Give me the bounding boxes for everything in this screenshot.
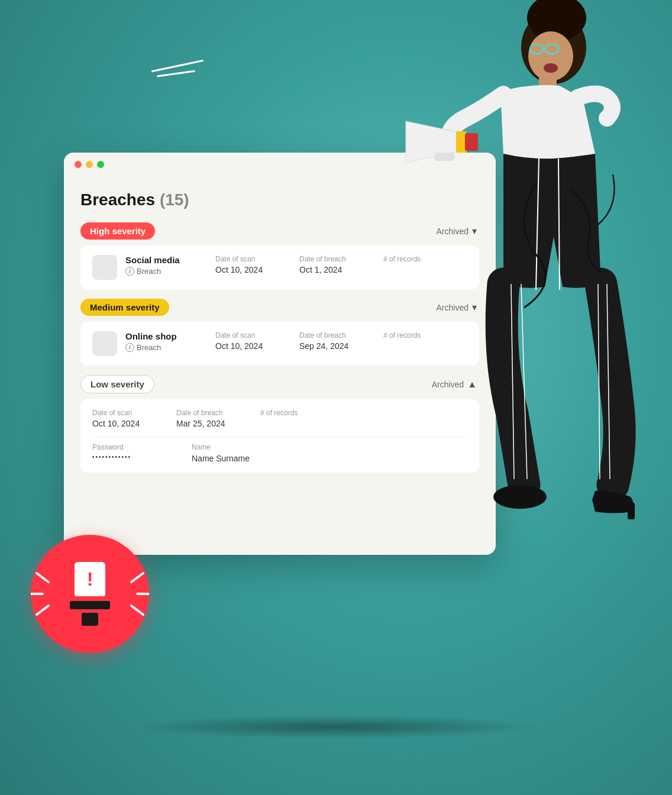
name-field: Name Name Surname (192, 443, 263, 463)
high-scan-col: Date of scan Oct 10, 2024 (215, 255, 280, 276)
high-severity-badge[interactable]: High severity (80, 222, 155, 240)
svg-line-3 (131, 573, 143, 582)
alert-circle: ! (31, 535, 149, 653)
high-breach-type: i Breach (125, 267, 196, 276)
info-icon-2: i (125, 343, 134, 352)
low-records-col: # of records (260, 409, 325, 428)
medium-breach-icon (92, 331, 117, 356)
stamp-base (70, 601, 110, 609)
password-field: Password •••••••••••• (92, 443, 163, 463)
medium-breach-type: i Breach (125, 343, 196, 352)
stamp-body: ! (75, 562, 105, 596)
low-breach-date-col: Date of breach Mar 25, 2024 (176, 409, 241, 428)
alert-icon-inner: ! (70, 562, 110, 626)
svg-rect-18 (628, 503, 635, 519)
medium-scan-col: Date of scan Oct 10, 2024 (215, 331, 280, 352)
medium-breach-name: Online shop (125, 331, 196, 341)
low-severity-badge[interactable]: Low severity (80, 375, 154, 393)
svg-rect-21 (434, 153, 455, 161)
high-breach-name-col: Social media i Breach (125, 255, 196, 276)
svg-line-0 (37, 573, 49, 582)
low-scan-col: Date of scan Oct 10, 2024 (92, 409, 157, 428)
info-icon: i (125, 267, 134, 276)
medium-breach-name-col: Online shop i Breach (125, 331, 196, 352)
window-dot-red (75, 161, 82, 168)
svg-line-2 (37, 606, 49, 615)
decorative-lines (151, 65, 204, 80)
stamp-handle (82, 613, 98, 626)
svg-line-5 (131, 606, 143, 615)
svg-point-12 (544, 63, 558, 73)
shadow-ellipse (129, 715, 543, 739)
high-breach-name: Social media (125, 255, 196, 265)
svg-rect-20 (465, 133, 478, 151)
person-illustration (347, 0, 642, 627)
window-dot-yellow (86, 161, 93, 168)
svg-point-17 (493, 485, 547, 509)
exclaim-mark: ! (87, 568, 93, 590)
high-breach-icon (92, 255, 117, 280)
window-dot-green (97, 161, 104, 168)
medium-severity-badge[interactable]: Medium severity (80, 299, 169, 316)
svg-point-8 (528, 31, 573, 81)
